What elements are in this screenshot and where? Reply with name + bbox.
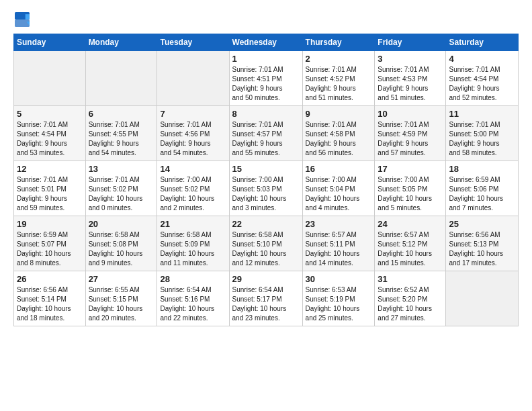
day-info: Sunrise: 6:59 AM Sunset: 5:06 PM Dayligh… [449, 175, 515, 213]
calendar-header-wednesday: Wednesday [229, 34, 302, 51]
calendar-cell: 25Sunrise: 6:56 AM Sunset: 5:13 PM Dayli… [446, 216, 519, 271]
day-info: Sunrise: 6:54 AM Sunset: 5:16 PM Dayligh… [160, 285, 226, 323]
day-number: 1 [232, 54, 300, 64]
calendar-cell: 13Sunrise: 7:01 AM Sunset: 5:02 PM Dayli… [85, 161, 157, 216]
day-number: 18 [449, 164, 515, 174]
calendar-cell: 8Sunrise: 7:01 AM Sunset: 4:57 PM Daylig… [229, 106, 302, 161]
calendar-week-3: 12Sunrise: 7:01 AM Sunset: 5:01 PM Dayli… [14, 161, 519, 216]
day-number: 20 [89, 219, 154, 229]
calendar-cell: 30Sunrise: 6:53 AM Sunset: 5:19 PM Dayli… [302, 271, 375, 326]
day-info: Sunrise: 6:59 AM Sunset: 5:07 PM Dayligh… [17, 230, 83, 268]
calendar-cell: 17Sunrise: 7:00 AM Sunset: 5:05 PM Dayli… [375, 161, 446, 216]
calendar-header-sunday: Sunday [14, 34, 86, 51]
day-number: 28 [160, 274, 226, 284]
calendar-cell: 14Sunrise: 7:00 AM Sunset: 5:02 PM Dayli… [157, 161, 229, 216]
svg-marker-2 [26, 14, 30, 19]
day-info: Sunrise: 7:00 AM Sunset: 5:04 PM Dayligh… [306, 175, 372, 213]
calendar-cell: 21Sunrise: 6:58 AM Sunset: 5:09 PM Dayli… [157, 216, 229, 271]
day-info: Sunrise: 7:01 AM Sunset: 5:01 PM Dayligh… [17, 175, 83, 213]
calendar-header-tuesday: Tuesday [157, 34, 229, 51]
calendar-cell: 15Sunrise: 7:00 AM Sunset: 5:03 PM Dayli… [229, 161, 302, 216]
day-number: 15 [232, 164, 300, 174]
day-number: 11 [449, 109, 515, 119]
day-info: Sunrise: 7:01 AM Sunset: 5:00 PM Dayligh… [449, 120, 515, 158]
calendar-cell: 23Sunrise: 6:57 AM Sunset: 5:11 PM Dayli… [302, 216, 375, 271]
day-number: 31 [378, 274, 443, 284]
calendar-cell: 16Sunrise: 7:00 AM Sunset: 5:04 PM Dayli… [302, 161, 375, 216]
day-info: Sunrise: 6:56 AM Sunset: 5:13 PM Dayligh… [449, 230, 515, 268]
calendar-week-2: 5Sunrise: 7:01 AM Sunset: 4:54 PM Daylig… [14, 106, 519, 161]
day-number: 24 [378, 219, 443, 229]
calendar-cell: 4Sunrise: 7:01 AM Sunset: 4:54 PM Daylig… [446, 51, 519, 106]
calendar-cell: 7Sunrise: 7:01 AM Sunset: 4:56 PM Daylig… [157, 106, 229, 161]
day-number: 19 [17, 219, 83, 229]
day-number: 22 [232, 219, 300, 229]
calendar-header-row: SundayMondayTuesdayWednesdayThursdayFrid… [14, 34, 519, 51]
svg-rect-1 [15, 19, 30, 27]
day-info: Sunrise: 7:01 AM Sunset: 4:52 PM Dayligh… [306, 65, 372, 103]
calendar-cell: 27Sunrise: 6:55 AM Sunset: 5:15 PM Dayli… [85, 271, 157, 326]
calendar-week-5: 26Sunrise: 6:56 AM Sunset: 5:14 PM Dayli… [14, 271, 519, 326]
day-number: 23 [306, 219, 372, 229]
day-info: Sunrise: 7:01 AM Sunset: 5:02 PM Dayligh… [89, 175, 154, 213]
calendar-cell: 10Sunrise: 7:01 AM Sunset: 4:59 PM Dayli… [375, 106, 446, 161]
calendar-week-1: 1Sunrise: 7:01 AM Sunset: 4:51 PM Daylig… [14, 51, 519, 106]
calendar-cell: 6Sunrise: 7:01 AM Sunset: 4:55 PM Daylig… [85, 106, 157, 161]
calendar-header-friday: Friday [375, 34, 446, 51]
day-info: Sunrise: 7:00 AM Sunset: 5:03 PM Dayligh… [232, 175, 300, 213]
day-number: 14 [160, 164, 226, 174]
calendar-cell [14, 51, 86, 106]
calendar-cell: 1Sunrise: 7:01 AM Sunset: 4:51 PM Daylig… [229, 51, 302, 106]
day-info: Sunrise: 7:01 AM Sunset: 4:54 PM Dayligh… [449, 65, 515, 103]
calendar-cell: 20Sunrise: 6:58 AM Sunset: 5:08 PM Dayli… [85, 216, 157, 271]
day-info: Sunrise: 7:01 AM Sunset: 4:58 PM Dayligh… [306, 120, 372, 158]
day-number: 2 [306, 54, 372, 64]
day-number: 25 [449, 219, 515, 229]
calendar-cell: 28Sunrise: 6:54 AM Sunset: 5:16 PM Dayli… [157, 271, 229, 326]
calendar-cell: 19Sunrise: 6:59 AM Sunset: 5:07 PM Dayli… [14, 216, 86, 271]
calendar-cell: 12Sunrise: 7:01 AM Sunset: 5:01 PM Dayli… [14, 161, 86, 216]
calendar-cell: 18Sunrise: 6:59 AM Sunset: 5:06 PM Dayli… [446, 161, 519, 216]
day-info: Sunrise: 7:01 AM Sunset: 4:51 PM Dayligh… [232, 65, 300, 103]
day-info: Sunrise: 7:01 AM Sunset: 4:57 PM Dayligh… [232, 120, 300, 158]
day-info: Sunrise: 6:57 AM Sunset: 5:11 PM Dayligh… [306, 230, 372, 268]
day-info: Sunrise: 6:56 AM Sunset: 5:14 PM Dayligh… [17, 285, 83, 323]
day-info: Sunrise: 6:55 AM Sunset: 5:15 PM Dayligh… [89, 285, 154, 323]
day-number: 16 [306, 164, 372, 174]
calendar-cell: 3Sunrise: 7:01 AM Sunset: 4:53 PM Daylig… [375, 51, 446, 106]
page-container: SundayMondayTuesdayWednesdayThursdayFrid… [0, 0, 532, 333]
day-info: Sunrise: 7:01 AM Sunset: 4:53 PM Dayligh… [378, 65, 443, 103]
day-number: 17 [378, 164, 443, 174]
day-info: Sunrise: 6:57 AM Sunset: 5:12 PM Dayligh… [378, 230, 443, 268]
logo [13, 12, 32, 30]
day-info: Sunrise: 6:58 AM Sunset: 5:08 PM Dayligh… [89, 230, 154, 268]
calendar-cell [85, 51, 157, 106]
day-info: Sunrise: 7:00 AM Sunset: 5:02 PM Dayligh… [160, 175, 226, 213]
calendar-header-thursday: Thursday [302, 34, 375, 51]
day-number: 6 [89, 109, 154, 119]
day-number: 3 [378, 54, 443, 64]
day-number: 27 [89, 274, 154, 284]
calendar-header-monday: Monday [85, 34, 157, 51]
calendar-cell: 26Sunrise: 6:56 AM Sunset: 5:14 PM Dayli… [14, 271, 86, 326]
day-number: 10 [378, 109, 443, 119]
calendar-cell: 31Sunrise: 6:52 AM Sunset: 5:20 PM Dayli… [375, 271, 446, 326]
day-info: Sunrise: 7:00 AM Sunset: 5:05 PM Dayligh… [378, 175, 443, 213]
calendar-cell: 22Sunrise: 6:58 AM Sunset: 5:10 PM Dayli… [229, 216, 302, 271]
day-info: Sunrise: 6:58 AM Sunset: 5:09 PM Dayligh… [160, 230, 226, 268]
day-number: 29 [232, 274, 300, 284]
day-number: 26 [17, 274, 83, 284]
header [13, 12, 519, 30]
day-info: Sunrise: 6:54 AM Sunset: 5:17 PM Dayligh… [232, 285, 300, 323]
calendar-cell [446, 271, 519, 326]
calendar-cell [157, 51, 229, 106]
day-info: Sunrise: 6:53 AM Sunset: 5:19 PM Dayligh… [306, 285, 372, 323]
calendar-cell: 29Sunrise: 6:54 AM Sunset: 5:17 PM Dayli… [229, 271, 302, 326]
day-number: 21 [160, 219, 226, 229]
day-info: Sunrise: 7:01 AM Sunset: 4:55 PM Dayligh… [89, 120, 154, 158]
logo-icon [15, 12, 30, 27]
calendar-cell: 24Sunrise: 6:57 AM Sunset: 5:12 PM Dayli… [375, 216, 446, 271]
calendar-header-saturday: Saturday [446, 34, 519, 51]
calendar-cell: 9Sunrise: 7:01 AM Sunset: 4:58 PM Daylig… [302, 106, 375, 161]
calendar-week-4: 19Sunrise: 6:59 AM Sunset: 5:07 PM Dayli… [14, 216, 519, 271]
